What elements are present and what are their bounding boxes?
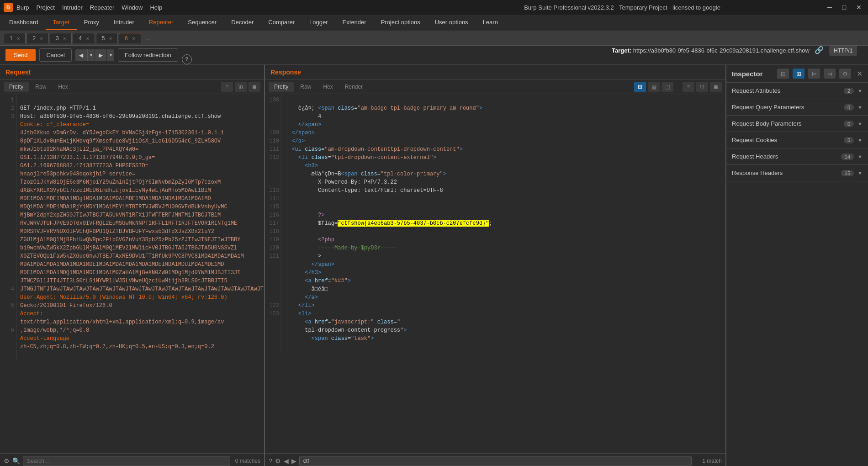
inspector-section-request-attributes-chevron-icon: ▼ (857, 88, 863, 94)
inspector-align-right-button[interactable]: ⫤ (824, 69, 836, 79)
response-wrap-button[interactable]: ≣ (710, 82, 722, 92)
request-search-input[interactable] (23, 456, 230, 466)
menu-help[interactable]: Help (150, 4, 162, 11)
tab-user-options[interactable]: User options (428, 15, 476, 30)
repeater-tab-6[interactable]: 6 × (119, 33, 141, 43)
prev-dropdown-button[interactable]: ▾ (87, 49, 95, 61)
response-tab-raw[interactable]: Raw (295, 82, 317, 92)
request-code-text[interactable]: GET /index.php HTTP/1.1 Host: a3b0fb30-9… (16, 94, 264, 361)
response-format-button[interactable]: ≡ (683, 82, 694, 92)
tab-sequencer[interactable]: Sequencer (180, 15, 224, 30)
menu-window[interactable]: Window (122, 4, 143, 11)
close-tab-6-icon[interactable]: × (132, 36, 135, 41)
response-prev-icon[interactable]: ◀ (284, 457, 289, 465)
tab-logger[interactable]: Logger (302, 15, 335, 30)
inspector-header: Inspector ⊟ ⊞ ⊨ ⫤ ⚙ ✕ (726, 65, 868, 83)
response-tab-render[interactable]: Render (339, 82, 368, 92)
request-settings-icon[interactable]: ⚙ (4, 457, 10, 465)
send-button[interactable]: Send (5, 49, 36, 61)
inspector-section-response-headers-header[interactable]: Response Headers 15 ▼ (726, 165, 868, 181)
tab-project-options[interactable]: Project options (374, 15, 428, 30)
next-dropdown-button[interactable]: ▾ (107, 49, 114, 61)
inspector-section-cookies-header[interactable]: Request Cookies 5 ▼ (726, 132, 868, 148)
response-code-text[interactable]: è¿å¤; <span class="am-badge tpl-badge-pr… (281, 94, 725, 353)
response-view-toggle-3[interactable]: ▢ (662, 82, 673, 92)
request-tab-raw[interactable]: Raw (30, 82, 52, 92)
tab-intruder[interactable]: Intruder (106, 15, 142, 30)
close-tab-4-icon[interactable]: × (86, 36, 89, 41)
request-wrap-button[interactable]: ≣ (249, 82, 260, 92)
next-arrow-button[interactable]: ▶ (95, 49, 106, 61)
follow-redirection-button[interactable]: Follow redirection (118, 48, 178, 62)
menu-burp[interactable]: Burp (16, 4, 29, 11)
inspector-section-query-params-header[interactable]: Request Query Parameters 0 ▼ (726, 99, 868, 115)
response-search-bar: ? ⚙ ◀ ▶ 1 match (265, 453, 725, 466)
request-panel: Request Pretty Raw Hex ≡ \n ≣ 1 2 3 (0, 65, 265, 466)
response-tab-pretty[interactable]: Pretty (269, 82, 294, 92)
request-panel-title: Request (0, 65, 264, 80)
request-format-button[interactable]: ≡ (221, 82, 233, 92)
inspector-align-left-button[interactable]: ⊨ (808, 69, 820, 79)
tab-repeater[interactable]: Repeater (142, 15, 180, 30)
response-newline-button[interactable]: \n (696, 82, 708, 92)
request-tab-hex[interactable]: Hex (53, 82, 73, 92)
response-help-icon[interactable]: ? (269, 457, 272, 465)
titlebar: B Burp Project Intruder Repeater Window … (0, 0, 868, 15)
menu-intruder[interactable]: Intruder (62, 4, 83, 11)
window-title: Burp Suite Professional v2022.3.2 - Temp… (420, 4, 824, 11)
tab-learn[interactable]: Learn (476, 15, 505, 30)
request-code-area[interactable]: 1 2 3 (0, 94, 264, 453)
maximize-button[interactable]: □ (839, 3, 850, 11)
repeater-tab-1[interactable]: 1 × (4, 33, 26, 43)
response-next-icon[interactable]: ▶ (291, 457, 296, 465)
tab-dashboard[interactable]: Dashboard (2, 15, 46, 30)
target-label: Target: (612, 47, 631, 54)
inspector-section-body-params-header[interactable]: Request Body Parameters 0 ▼ (726, 116, 868, 132)
nav-tabs: Dashboard Target Proxy Intruder Repeater… (0, 15, 868, 31)
repeater-tab-3[interactable]: 3 × (50, 33, 72, 43)
inspector-section-response-headers-title: Response Headers (732, 169, 841, 176)
more-tabs-button[interactable]: ... (142, 33, 154, 43)
repeater-tab-4[interactable]: 4 × (73, 33, 95, 43)
inspector-section-request-headers-header[interactable]: Request Headers 14 ▼ (726, 148, 868, 164)
menu-project[interactable]: Project (36, 4, 54, 11)
request-tab-pretty[interactable]: Pretty (4, 82, 29, 92)
inspector-settings-button[interactable]: ⚙ (839, 69, 851, 79)
response-search-input[interactable] (299, 456, 692, 466)
prev-arrow-button[interactable]: ◀ (75, 49, 87, 61)
close-tab-3-icon[interactable]: × (63, 36, 66, 41)
response-view-toggle-2[interactable]: ▤ (648, 82, 660, 92)
inspector-split-view-button[interactable]: ⊟ (777, 69, 789, 79)
help-button[interactable]: ? (182, 54, 192, 64)
repeater-tab-2[interactable]: 2 × (26, 33, 48, 43)
tab-extender[interactable]: Extender (335, 15, 374, 30)
response-tab-hex[interactable]: Hex (318, 82, 338, 92)
repeater-tab-5[interactable]: 5 × (96, 33, 118, 43)
inspector-panel-view-button[interactable]: ⊞ (793, 69, 804, 79)
response-panel-tools: ⊞ ▤ ▢ ≡ \n ≣ (634, 82, 722, 92)
http-version-badge[interactable]: HTTP/1 (829, 46, 857, 56)
response-line-numbers: 108 109 110 111 112 113 114 115 116 11 (265, 94, 281, 353)
menu-repeater[interactable]: Repeater (90, 4, 114, 11)
tab-comparer[interactable]: Comparer (261, 15, 302, 30)
response-code-area[interactable]: 108 109 110 111 112 113 114 115 116 11 (265, 94, 725, 453)
close-tab-5-icon[interactable]: × (109, 36, 112, 41)
close-button[interactable]: ✕ (853, 3, 864, 11)
response-panel: Response Pretty Raw Hex Render ⊞ ▤ ▢ ≡ \… (265, 65, 726, 466)
cancel-button[interactable]: Cancel (39, 48, 71, 62)
response-settings-icon[interactable]: ⚙ (275, 457, 281, 465)
inspector-close-button[interactable]: ✕ (857, 69, 863, 78)
close-tab-2-icon[interactable]: × (40, 36, 42, 41)
tab-proxy[interactable]: Proxy (77, 15, 106, 30)
request-newline-button[interactable]: \n (235, 82, 247, 92)
close-tab-1-icon[interactable]: × (17, 36, 20, 41)
inspector-section-cookies-chevron-icon: ▼ (857, 138, 863, 143)
link-icon[interactable]: 🔗 (815, 46, 824, 54)
request-search-icon[interactable]: 🔍 (12, 457, 20, 465)
response-view-toggle-1[interactable]: ⊞ (634, 82, 646, 92)
minimize-button[interactable]: ─ (824, 3, 835, 11)
inspector-section-request-attributes-header[interactable]: Request Attributes 2 ▼ (726, 83, 868, 99)
tab-decoder[interactable]: Decoder (224, 15, 261, 30)
tab-target[interactable]: Target (46, 15, 77, 30)
request-search-bar: ⚙ 🔍 0 matches (0, 453, 264, 466)
